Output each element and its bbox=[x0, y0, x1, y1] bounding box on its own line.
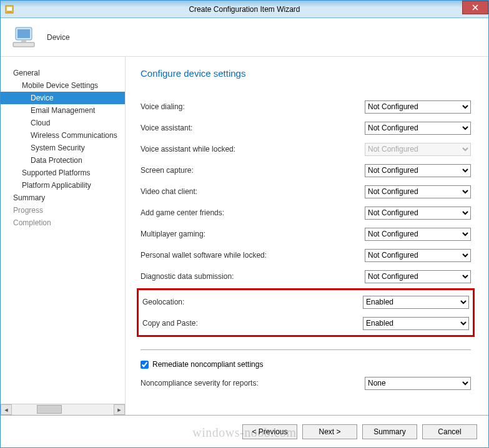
scroll-track[interactable] bbox=[12, 404, 114, 415]
sidebar: GeneralMobile Device SettingsDeviceEmail… bbox=[1, 57, 126, 415]
cancel-button[interactable]: Cancel bbox=[422, 424, 477, 439]
setting-select[interactable]: Not Configured bbox=[365, 228, 471, 241]
nav-item-mobile-device-settings[interactable]: Mobile Device Settings bbox=[1, 79, 125, 92]
close-button[interactable] bbox=[462, 1, 488, 14]
wizard-window: Create Configuration Item Wizard Device … bbox=[0, 0, 489, 448]
nav-tree: GeneralMobile Device SettingsDeviceEmail… bbox=[1, 67, 125, 404]
setting-label: Diagnostic data submission: bbox=[141, 272, 234, 281]
setting-row: Diagnostic data submission:Not Configure… bbox=[141, 266, 471, 287]
setting-select[interactable]: Enabled bbox=[363, 296, 469, 309]
header-band: Device bbox=[1, 18, 488, 57]
setting-label: Multiplayer gaming: bbox=[141, 230, 205, 238]
setting-label: Add game center friends: bbox=[141, 208, 224, 217]
nav-item-platform-applicability[interactable]: Platform Applicability bbox=[1, 179, 125, 192]
svg-rect-3 bbox=[17, 29, 30, 38]
settings-list: Voice dialing:Not ConfiguredVoice assist… bbox=[141, 96, 471, 287]
setting-row: Screen capture:Not Configured bbox=[141, 160, 471, 181]
setting-select[interactable]: Not Configured bbox=[365, 100, 471, 114]
setting-label: Geolocation: bbox=[142, 298, 184, 306]
svg-rect-4 bbox=[13, 42, 34, 47]
setting-label: Screen capture: bbox=[141, 166, 194, 175]
setting-label: Voice assistant while locked: bbox=[141, 145, 235, 153]
nav-item-summary[interactable]: Summary bbox=[1, 192, 125, 204]
setting-select[interactable]: Enabled bbox=[363, 317, 469, 330]
nav-item-system-security[interactable]: System Security bbox=[1, 142, 125, 154]
setting-row: Personal wallet software while locked:No… bbox=[141, 245, 471, 266]
setting-row: Voice assistant:Not Configured bbox=[141, 117, 471, 139]
main-panel: Configure device settings Voice dialing:… bbox=[126, 57, 488, 415]
next-button[interactable]: Next > bbox=[302, 424, 357, 439]
setting-label: Voice dialing: bbox=[141, 102, 185, 111]
remediate-row: Remediate noncompliant settings bbox=[141, 356, 471, 373]
nav-item-cloud[interactable]: Cloud bbox=[1, 117, 125, 129]
scroll-right-button[interactable]: ► bbox=[114, 404, 125, 415]
nav-item-email-management[interactable]: Email Management bbox=[1, 104, 125, 117]
setting-select[interactable]: Not Configured bbox=[365, 185, 471, 198]
divider bbox=[141, 349, 471, 350]
setting-row: Geolocation:Enabled bbox=[142, 291, 469, 313]
nav-item-general[interactable]: General bbox=[1, 67, 125, 79]
sidebar-scrollbar[interactable]: ◄ ► bbox=[1, 404, 125, 415]
setting-select: Not Configured bbox=[365, 143, 471, 156]
scroll-thumb[interactable] bbox=[37, 405, 62, 414]
scroll-left-button[interactable]: ◄ bbox=[1, 404, 12, 415]
setting-select[interactable]: Not Configured bbox=[365, 122, 471, 135]
titlebar: Create Configuration Item Wizard bbox=[1, 1, 488, 18]
window-title: Create Configuration Item Wizard bbox=[1, 5, 488, 14]
previous-button[interactable]: < Previous bbox=[242, 424, 297, 439]
setting-row: Voice dialing:Not Configured bbox=[141, 96, 471, 117]
noncompliance-label: Noncompliance severity for reports: bbox=[141, 379, 259, 387]
footer: < Previous Next > Summary Cancel bbox=[1, 415, 488, 447]
noncompliance-row: Noncompliance severity for reports: None bbox=[141, 373, 471, 394]
nav-item-device[interactable]: Device bbox=[1, 92, 125, 104]
setting-label: Video chat client: bbox=[141, 187, 197, 196]
nav-item-data-protection[interactable]: Data Protection bbox=[1, 154, 125, 167]
setting-select[interactable]: Not Configured bbox=[365, 164, 471, 177]
nav-item-completion: Completion bbox=[1, 217, 125, 229]
svg-rect-5 bbox=[21, 40, 26, 42]
setting-row: Voice assistant while locked:Not Configu… bbox=[141, 139, 471, 160]
summary-button[interactable]: Summary bbox=[362, 424, 417, 439]
setting-label: Voice assistant: bbox=[141, 124, 192, 132]
setting-row: Add game center friends:Not Configured bbox=[141, 202, 471, 223]
device-icon bbox=[12, 25, 39, 50]
noncompliance-select[interactable]: None bbox=[365, 377, 471, 390]
remediate-label: Remediate noncompliant settings bbox=[152, 360, 263, 369]
setting-label: Copy and Paste: bbox=[142, 319, 198, 328]
main-heading: Configure device settings bbox=[141, 68, 471, 79]
setting-row: Multiplayer gaming:Not Configured bbox=[141, 223, 471, 245]
setting-select[interactable]: Not Configured bbox=[365, 270, 471, 283]
page-title: Device bbox=[47, 33, 70, 42]
nav-item-wireless-communications[interactable]: Wireless Communications bbox=[1, 129, 125, 142]
setting-select[interactable]: Not Configured bbox=[365, 207, 471, 220]
setting-select[interactable]: Not Configured bbox=[365, 249, 471, 262]
setting-row: Copy and Paste:Enabled bbox=[142, 313, 469, 334]
nav-item-progress: Progress bbox=[1, 204, 125, 217]
remediate-checkbox[interactable] bbox=[141, 361, 149, 369]
highlighted-settings: Geolocation:EnabledCopy and Paste:Enable… bbox=[137, 288, 475, 337]
setting-label: Personal wallet software while locked: bbox=[141, 251, 267, 260]
nav-item-supported-platforms[interactable]: Supported Platforms bbox=[1, 167, 125, 179]
setting-row: Video chat client:Not Configured bbox=[141, 181, 471, 202]
